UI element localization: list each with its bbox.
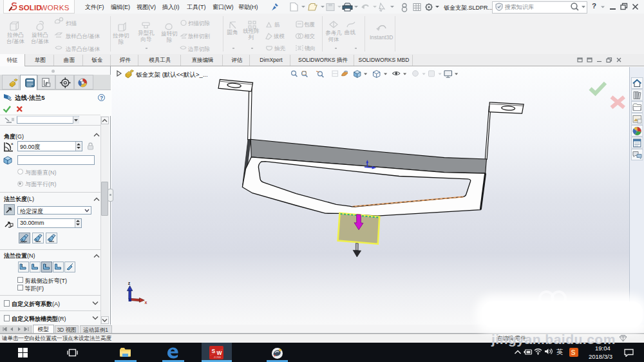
svg-text:z: z xyxy=(128,281,131,285)
svg-text:S: S xyxy=(212,348,216,354)
svg-text:a: a xyxy=(11,142,14,146)
svg-text:x: x xyxy=(145,300,147,305)
svg-text:SOLID: SOLID xyxy=(19,4,42,12)
svg-text:WORKS: WORKS xyxy=(41,4,70,12)
svg-text:ZONE: ZONE xyxy=(214,356,221,359)
